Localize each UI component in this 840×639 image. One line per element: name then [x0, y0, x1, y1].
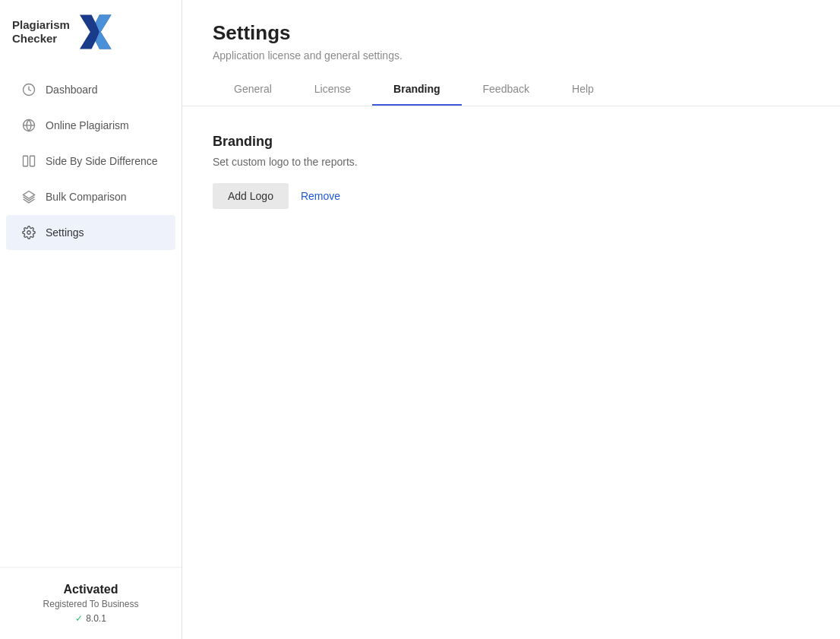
logo-x-icon	[74, 12, 111, 52]
page-body: Branding Set custom logo to the reports.…	[182, 106, 840, 639]
sidebar-item-dashboard-label: Dashboard	[46, 84, 98, 96]
add-logo-button[interactable]: Add Logo	[213, 183, 289, 209]
sidebar-footer: Activated Registered To Business ✓ 8.0.1	[0, 567, 182, 639]
gear-icon	[21, 225, 36, 240]
tab-license[interactable]: License	[293, 74, 372, 106]
version-number: 8.0.1	[86, 613, 106, 624]
svg-point-8	[27, 231, 31, 235]
sidebar-item-bulk-comparison-label: Bulk Comparison	[46, 191, 127, 203]
sidebar-nav: Dashboard Online Plagiarism Side By S	[0, 64, 182, 567]
tab-feedback[interactable]: Feedback	[462, 74, 551, 106]
tab-general[interactable]: General	[213, 74, 293, 106]
branding-actions: Add Logo Remove	[213, 183, 810, 209]
remove-logo-button[interactable]: Remove	[301, 190, 340, 202]
sidebar-item-online-plagiarism[interactable]: Online Plagiarism	[6, 108, 175, 143]
app-name-line2: Checker	[12, 32, 70, 46]
main-content: Settings Application license and general…	[182, 0, 840, 639]
sidebar: Plagiarism Checker Dashboard	[0, 0, 182, 639]
sidebar-item-settings[interactable]: Settings	[6, 215, 175, 250]
sidebar-item-dashboard[interactable]: Dashboard	[6, 72, 175, 107]
branding-title: Branding	[213, 134, 810, 150]
sidebar-item-settings-label: Settings	[46, 226, 84, 239]
tab-branding[interactable]: Branding	[372, 74, 461, 106]
tab-help[interactable]: Help	[551, 74, 615, 106]
app-name-line1: Plagiarism	[12, 18, 70, 32]
page-title: Settings	[213, 21, 810, 45]
check-icon: ✓	[75, 613, 83, 624]
sidebar-item-side-by-side[interactable]: Side By Side Difference	[6, 144, 175, 179]
app-logo: Plagiarism Checker	[0, 0, 182, 64]
sidebar-item-bulk-comparison[interactable]: Bulk Comparison	[6, 179, 175, 214]
page-subtitle: Application license and general settings…	[213, 49, 810, 62]
settings-tabs: General License Branding Feedback Help	[213, 74, 810, 106]
branding-description: Set custom logo to the reports.	[213, 156, 810, 168]
layers-icon	[21, 189, 36, 204]
registration-info: Registered To Business	[15, 599, 166, 609]
sidebar-item-online-plagiarism-label: Online Plagiarism	[46, 119, 129, 131]
dashboard-icon	[21, 82, 36, 97]
compare-icon	[21, 153, 36, 169]
globe-icon	[21, 118, 36, 133]
activation-status: Activated	[15, 583, 166, 596]
sidebar-item-side-by-side-label: Side By Side Difference	[46, 155, 158, 167]
version-info: ✓ 8.0.1	[15, 613, 166, 624]
svg-rect-6	[30, 156, 35, 166]
svg-rect-5	[24, 156, 28, 166]
page-header: Settings Application license and general…	[182, 0, 840, 106]
